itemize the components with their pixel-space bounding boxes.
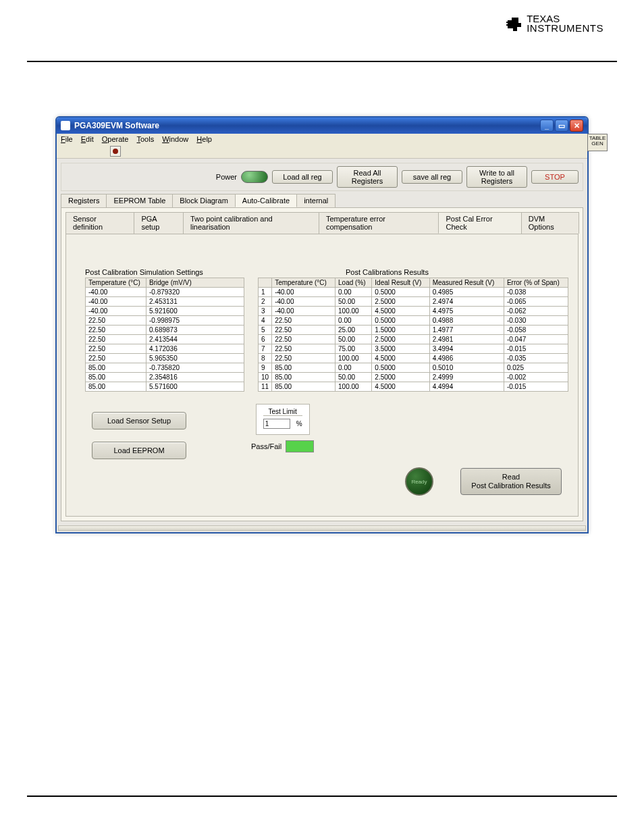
table-row: 22.502.413544 (86, 335, 244, 344)
window-title: PGA309EVM Software (74, 121, 159, 130)
minimize-button[interactable]: _ (540, 120, 554, 132)
table-row: 722.5075.003.50003.4994-0.015 (259, 344, 568, 354)
passfail-label: Pass/Fail (251, 442, 281, 450)
read-all-reg-button[interactable]: Read All Registers (337, 166, 398, 188)
test-limit-input[interactable]: 1 (263, 419, 290, 429)
svg-rect-0 (506, 22, 508, 23)
main-tab-auto-calibrate[interactable]: Auto-Calibrate (235, 194, 297, 207)
abort-icon[interactable] (110, 146, 121, 157)
table-row: 85.005.571600 (86, 382, 244, 392)
table-row: 22.504.172036 (86, 344, 244, 354)
table-row: 985.000.000.50000.50100.025 (259, 363, 568, 373)
menu-file[interactable]: File (61, 135, 73, 143)
main-tab-internal[interactable]: internal (296, 194, 336, 207)
test-limit-unit: % (296, 420, 302, 427)
menu-tools[interactable]: Tools (136, 135, 154, 143)
menu-help[interactable]: Help (196, 135, 212, 143)
sub-tab-dvm-options[interactable]: DVM Options (521, 212, 579, 234)
svg-rect-1 (506, 24, 508, 26)
table-row: 22.50-0.998975 (86, 316, 244, 325)
sub-tab-sensor-definition[interactable]: Sensor definition (65, 212, 134, 234)
table-row: 22.500.689873 (86, 325, 244, 335)
main-tabpanel: Sensor definitionPGA setupTwo point cali… (61, 207, 583, 521)
table-row: 85.00-0.735820 (86, 363, 244, 373)
main-tabs: RegistersEEPROM TableBlock DiagramAuto-C… (61, 194, 583, 207)
scrollbar[interactable] (58, 525, 586, 531)
table-row: 1085.0050.002.50002.4999-0.002 (259, 373, 568, 382)
button-bar: Power Load all reg Read All Registers sa… (61, 163, 583, 191)
save-all-reg-button[interactable]: save all reg (402, 170, 462, 184)
table-row: 1185.00100.004.50004.4994-0.015 (259, 382, 568, 392)
table-row: 2-40.0050.002.50002.4974-0.065 (259, 297, 568, 307)
power-toggle[interactable] (241, 171, 268, 183)
sub-tabpanel: Post Calibration Simulation Settings Tem… (65, 234, 579, 517)
table-row: 822.50100.004.50004.4986-0.035 (259, 354, 568, 363)
table-row: 622.5050.002.50002.4981-0.047 (259, 335, 568, 344)
table-row: 422.500.000.50000.4988-0.030 (259, 316, 568, 325)
close-button[interactable]: ✕ (570, 120, 583, 132)
test-limit-label: Test Limit (263, 408, 302, 416)
left-section-title: Post Calibration Simulation Settings (85, 268, 244, 276)
ready-lamp: Ready (405, 467, 433, 496)
ti-chip-icon (504, 14, 524, 34)
calibration-results-table: Temperature (°C)Load (%)Ideal Result (V)… (258, 278, 568, 392)
test-limit-group: Test Limit 1 % Pass/Fail (251, 404, 314, 452)
side-tab-table-gen[interactable]: TABLEGEN (587, 134, 608, 151)
stop-button[interactable]: STOP (531, 170, 579, 184)
maximize-button[interactable]: ▭ (555, 120, 568, 132)
table-row: 522.5025.001.50001.4977-0.058 (259, 325, 568, 335)
sub-tab-pga-setup[interactable]: PGA setup (134, 212, 184, 234)
power-label: Power (216, 173, 237, 181)
simulation-settings-table: Temperature (°C)Bridge (mV/V) -40.00-0.8… (85, 278, 244, 392)
table-row: 1-40.000.000.50000.4985-0.038 (259, 288, 568, 297)
load-eeprom-button[interactable]: Load EEPROM (92, 442, 186, 459)
brand-line2: INSTRUMENTS (527, 24, 603, 33)
write-all-reg-button[interactable]: Write to all Registers (466, 166, 527, 188)
load-all-reg-button[interactable]: Load all reg (272, 170, 333, 184)
ti-logo: TEXAS INSTRUMENTS (504, 14, 603, 34)
menu-window[interactable]: Window (162, 135, 188, 143)
table-row: 22.505.965350 (86, 354, 244, 363)
menu-operate[interactable]: Operate (102, 135, 129, 143)
titlebar: PGA309EVM Software _ ▭ ✕ (57, 118, 587, 134)
table-row: -40.005.921600 (86, 307, 244, 316)
passfail-indicator (286, 440, 314, 452)
menubar: File Edit Operate Tools Window Help TABL… (57, 134, 587, 145)
main-tab-block-diagram[interactable]: Block Diagram (172, 194, 236, 207)
app-icon (61, 121, 70, 130)
sub-tab-temperature-error-compensation[interactable]: Temperature error compensation (319, 212, 439, 234)
table-row: 3-40.00100.004.50004.4975-0.062 (259, 307, 568, 316)
sub-tabs: Sensor definitionPGA setupTwo point cali… (65, 212, 579, 234)
table-row: 85.002.354816 (86, 373, 244, 382)
app-window: PGA309EVM Software _ ▭ ✕ File Edit Opera… (55, 116, 589, 533)
menu-edit[interactable]: Edit (81, 135, 94, 143)
sub-tab-two-point-calibration-and-linearisation[interactable]: Two point calibration and linearisation (183, 212, 319, 234)
rule-bottom (27, 796, 617, 797)
toolbar-row (57, 145, 587, 159)
rule-top (27, 61, 617, 62)
sub-tab-post-cal-error-check[interactable]: Post Cal Error Check (438, 212, 521, 234)
read-post-cal-button[interactable]: ReadPost Calibration Results (460, 468, 562, 495)
load-sensor-setup-button[interactable]: Load Sensor Setup (92, 412, 186, 429)
table-row: -40.002.453131 (86, 297, 244, 307)
table-row: -40.00-0.879320 (86, 288, 244, 297)
main-tab-eeprom-table[interactable]: EEPROM Table (106, 194, 173, 207)
main-tab-registers[interactable]: Registers (61, 194, 107, 207)
right-section-title: Post Calibrations Results (346, 268, 568, 276)
